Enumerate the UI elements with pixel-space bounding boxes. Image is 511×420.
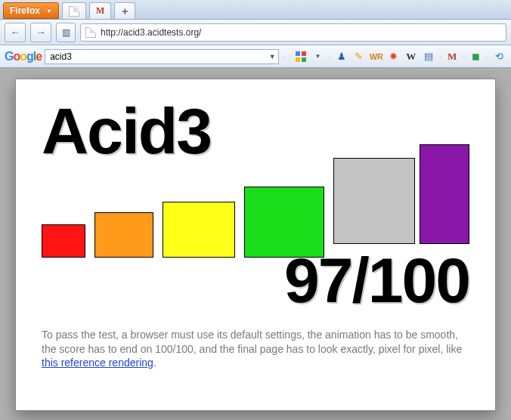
google-search-box[interactable]: ▼ xyxy=(45,49,279,64)
nav-toolbar: ← → ▥ xyxy=(0,20,511,45)
page-title: Acid3 xyxy=(42,100,469,162)
acid3-description: To pass the test, a browser must use its… xyxy=(42,328,469,371)
autofill-icon[interactable]: ✎ xyxy=(352,50,366,63)
tab-gmail[interactable]: M xyxy=(89,2,111,19)
content-viewport: Acid3 97/100 To pass the test, a browser… xyxy=(0,68,511,420)
plus-icon: + xyxy=(122,5,129,17)
google-toolbar-icons: ▼ · ♟ ✎ WR ✸ W ▤ · M · ◼ · ⟲ xyxy=(294,50,506,63)
wikipedia-icon[interactable]: W xyxy=(404,50,418,63)
bar-orange xyxy=(94,212,153,258)
tab-strip: Firefox ▼ M + xyxy=(0,0,511,20)
back-button[interactable]: ← xyxy=(5,23,26,42)
firefox-menu-button[interactable]: Firefox ▼ xyxy=(3,2,59,19)
separator: · xyxy=(329,51,331,62)
firefox-menu-label: Firefox xyxy=(10,5,40,16)
chevron-down-icon: ▼ xyxy=(46,8,52,14)
svg-rect-2 xyxy=(296,57,300,62)
square-icon[interactable]: ◼ xyxy=(469,50,483,63)
arrow-left-icon: ← xyxy=(11,26,20,38)
wr-icon[interactable]: WR xyxy=(370,50,383,63)
separator: · xyxy=(487,51,489,62)
gmail-icon: M xyxy=(96,5,104,17)
bar-grey xyxy=(333,158,415,244)
svg-rect-0 xyxy=(296,51,300,56)
chevron-down-icon[interactable]: ▼ xyxy=(311,50,325,63)
separator: · xyxy=(439,51,441,62)
new-tab-button[interactable]: + xyxy=(114,2,135,19)
url-input[interactable] xyxy=(101,27,501,38)
sun-icon[interactable]: ✸ xyxy=(387,50,401,63)
dropdown-icon[interactable]: ▤ xyxy=(422,50,435,63)
acid3-page: Acid3 97/100 To pass the test, a browser… xyxy=(15,79,496,411)
bookmark-icon: ▥ xyxy=(62,27,70,38)
google-search-input[interactable] xyxy=(45,51,266,62)
desc-text-2: . xyxy=(153,357,156,369)
translate-icon[interactable]: ⟲ xyxy=(493,50,506,63)
bar-green xyxy=(244,187,324,258)
page-icon xyxy=(69,6,79,17)
search-icon[interactable] xyxy=(294,50,308,63)
svg-rect-1 xyxy=(302,51,306,56)
separator: · xyxy=(463,51,465,62)
bookmarks-button[interactable]: ▥ xyxy=(56,23,76,42)
google-logo[interactable]: Google xyxy=(5,50,42,63)
separator: · xyxy=(282,51,284,62)
forward-button[interactable]: → xyxy=(30,23,51,42)
pawn-icon[interactable]: ♟ xyxy=(335,50,348,63)
gmail-icon[interactable]: M xyxy=(445,50,459,63)
bar-red xyxy=(42,224,85,258)
bar-purple xyxy=(420,144,469,244)
arrow-right-icon: → xyxy=(36,26,46,38)
page-icon xyxy=(85,27,96,38)
tab-blank[interactable] xyxy=(62,2,86,19)
url-bar[interactable] xyxy=(80,23,506,42)
svg-rect-3 xyxy=(302,57,306,62)
reference-rendering-link[interactable]: this reference rendering xyxy=(42,357,153,369)
chevron-down-icon[interactable]: ▼ xyxy=(266,53,278,60)
acid3-bars xyxy=(42,158,469,271)
google-toolbar: Google ▼ · ▼ · ♟ ✎ WR ✸ W ▤ · M · ◼ · ⟲ xyxy=(0,45,511,68)
desc-text-1: To pass the test, a browser must use its… xyxy=(42,329,462,355)
bar-yellow xyxy=(163,202,235,258)
